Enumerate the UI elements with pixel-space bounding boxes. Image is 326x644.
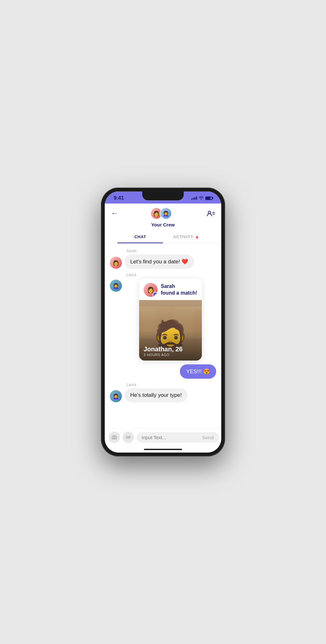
svg-point-0 [208,211,211,214]
message-group-self: YES!!! 😍 [110,364,216,379]
sender-name-laura-2: Laura [126,383,216,387]
tabs-bar: CHAT ACTIVITY [111,231,215,243]
sender-name-laura: Laura [126,273,216,277]
message-group-laura-2: Laura 👩‍🦱 He's totally your type! [110,383,216,402]
message-input[interactable] [142,435,202,440]
message-row-match: 👩‍🦱 👩 ✓ Sarah found a match! [110,278,216,361]
avatar-laura-msg-2: 👩‍🦱 [110,390,122,402]
jonathan-info: Jonathan, 26 3 HOURS AGO [144,346,182,357]
message-bubble-self: YES!!! 😍 [180,364,216,379]
home-bar [144,449,182,450]
match-card[interactable]: 👩 ✓ Sarah found a match! [139,278,202,361]
header-top-row: ← 👩 👩‍🦱 [111,207,215,219]
message-group-laura-match: Laura 👩‍🦱 👩 ✓ Sarah f [110,273,216,361]
notch [142,191,184,200]
signal-icon [191,197,197,200]
match-time: 3 HOURS AGO [144,353,182,357]
match-card-title: Sarah found a match! [161,283,197,297]
match-card-sarah-avatar: 👩 ✓ [144,283,158,297]
message-bubble: Let's find you a date! ❤️ [124,254,194,269]
phone-screen: 9:41 [105,191,221,453]
message-input-wrap: Send [137,432,219,443]
match-check-icon: ✓ [152,292,158,297]
match-person-name: Jonathan, 26 [144,346,182,353]
chat-header: ← 👩 👩‍🦱 [105,204,221,244]
chat-messages: Sarah 👩 Let's find you a date! ❤️ Laura … [105,244,221,428]
phone-frame: 9:41 [101,188,225,456]
status-icons [191,196,212,201]
crew-avatars: 👩 👩‍🦱 [153,207,172,219]
avatar-sarah-msg: 👩 [110,257,122,269]
group-name: Your Crew [151,222,175,227]
avatar-laura: 👩‍🦱 [160,207,172,219]
gif-button[interactable]: GIF [123,432,134,443]
wifi-icon [199,196,204,201]
home-indicator [105,446,221,453]
match-photo: 🧔 Jonathan, 26 3 HOURS AGO [139,300,202,361]
sender-name-sarah: Sarah [126,249,216,253]
battery-icon [205,197,212,200]
match-card-header: 👩 ✓ Sarah found a match! [139,278,202,300]
tab-activity[interactable]: ACTIVITY [163,231,209,243]
message-group-sarah-1: Sarah 👩 Let's find you a date! ❤️ [110,249,216,269]
tab-chat[interactable]: CHAT [117,231,163,243]
input-bar: GIF Send [105,428,221,446]
manage-members-button[interactable] [207,210,215,217]
back-button[interactable]: ← [111,209,118,218]
activity-notification-dot [196,236,198,239]
camera-button[interactable] [109,432,120,443]
svg-point-10 [113,437,115,439]
status-time: 9:41 [114,195,124,201]
message-row: 👩 Let's find you a date! ❤️ [110,254,216,269]
avatar-laura-msg: 👩‍🦱 [110,280,122,292]
send-button[interactable]: Send [202,435,214,440]
message-row-laura-2: 👩‍🦱 He's totally your type! [110,388,216,402]
message-bubble-laura-2: He's totally your type! [124,388,188,402]
